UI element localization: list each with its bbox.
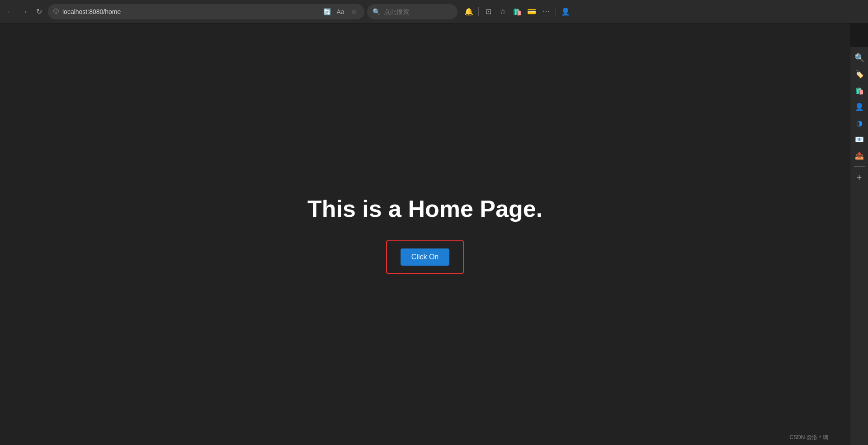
nav-buttons: ← → ↻	[4, 5, 45, 18]
address-bar-icons: 🔄 Aa ☆	[322, 7, 359, 17]
sidebar-browser-button[interactable]: ◑	[852, 116, 867, 130]
forward-button[interactable]: →	[18, 5, 31, 18]
toolbar-divider-1	[478, 7, 479, 16]
sidebar-person-button[interactable]: 👤	[852, 99, 867, 114]
edge-icon[interactable]: 🔄	[322, 7, 332, 17]
reader-mode-icon[interactable]: Aa	[335, 7, 345, 17]
search-input[interactable]	[384, 8, 452, 15]
profile-icon[interactable]: 👤	[559, 5, 572, 19]
sidebar-divider	[854, 166, 865, 167]
sidebar-shopping-button[interactable]: 🛍️	[852, 83, 867, 98]
favorite-icon[interactable]: ☆	[349, 7, 359, 17]
split-view-icon[interactable]: ⊡	[481, 5, 495, 19]
reload-button[interactable]: ↻	[33, 5, 45, 18]
extensions-icon[interactable]: 🔔	[462, 5, 476, 19]
wallet-icon[interactable]: 💳	[525, 5, 538, 19]
sidebar-add-button[interactable]: +	[852, 170, 867, 185]
sidebar-outlook-button[interactable]: 📧	[852, 132, 867, 146]
page-heading: This is a Home Page.	[307, 195, 542, 222]
browser-content: This is a Home Page. Click On CSDN @洛＊璃	[0, 23, 850, 445]
back-button[interactable]: ←	[4, 5, 16, 18]
sidebar-search-button[interactable]: 🔍	[852, 51, 867, 65]
toolbar-divider-2	[556, 7, 556, 16]
browser-toolbar-icons: 🔔 ⊡ ☆ 🛍️ 💳 ⋯ 👤	[462, 5, 572, 19]
csdn-watermark: CSDN @洛＊璃	[789, 434, 828, 441]
collections-icon[interactable]: 🛍️	[510, 5, 524, 19]
search-bar[interactable]: 🔍	[367, 4, 458, 19]
more-tools-icon[interactable]: ⋯	[539, 5, 553, 19]
sidebar-send-button[interactable]: 📤	[852, 148, 867, 163]
favorites-icon[interactable]: ☆	[496, 5, 509, 19]
browser-chrome: ← → ↻ ⓘ 🔄 Aa ☆ 🔍 🔔 ⊡ ☆ 🛍️ 💳 ⋯ 👤	[0, 0, 868, 23]
right-sidebar: 🔍 🏷️ 🛍️ 👤 ◑ 📧 📤 + ⊡	[850, 47, 868, 445]
button-highlight-box: Click On	[386, 240, 464, 274]
click-on-button[interactable]: Click On	[401, 248, 449, 266]
lock-icon: ⓘ	[53, 8, 59, 15]
url-input[interactable]	[62, 8, 318, 15]
sidebar-tag-button[interactable]: 🏷️	[852, 67, 867, 81]
address-bar[interactable]: ⓘ 🔄 Aa ☆	[48, 4, 364, 19]
search-icon: 🔍	[373, 8, 380, 15]
